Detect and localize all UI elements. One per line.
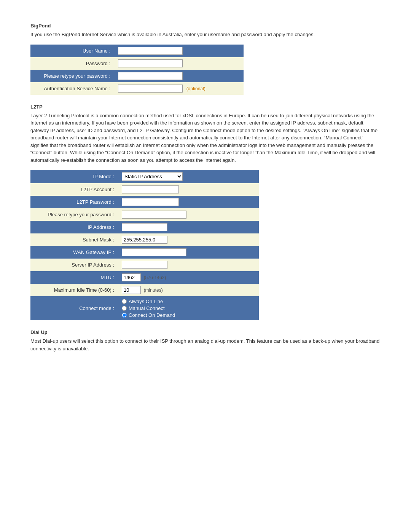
dialup-title: Dial Up bbox=[30, 329, 381, 335]
l2tp-ip-mode-label: IP Mode : bbox=[30, 170, 118, 183]
l2tp-account-input[interactable] bbox=[122, 185, 179, 193]
l2tp-server-ip-label: Server IP Address : bbox=[30, 259, 118, 271]
bigpond-username-label: User Name : bbox=[30, 45, 114, 57]
l2tp-manual-connect-label: Manual Connect bbox=[129, 305, 165, 311]
l2tp-description: Layer 2 Tunneling Protocol is a common c… bbox=[30, 112, 381, 164]
l2tp-idle-time-input[interactable] bbox=[122, 286, 141, 294]
l2tp-account-label: L2TP Account : bbox=[30, 183, 118, 196]
l2tp-password-input[interactable] bbox=[122, 198, 179, 206]
l2tp-always-on-label: Always On Line bbox=[129, 299, 163, 304]
l2tp-mtu-label: MTU : bbox=[30, 271, 118, 284]
l2tp-server-ip-input[interactable] bbox=[122, 261, 167, 269]
l2tp-password-label: L2TP Password : bbox=[30, 196, 118, 208]
l2tp-subnet-label: Subnet Mask : bbox=[30, 233, 118, 246]
l2tp-wan-gateway-input[interactable] bbox=[122, 248, 186, 256]
bigpond-optional-hint: (optional) bbox=[186, 86, 206, 91]
bigpond-password-input[interactable] bbox=[118, 59, 183, 67]
l2tp-connect-mode-group: Always On Line Manual Connect Connect On… bbox=[122, 299, 255, 318]
l2tp-connect-on-demand-radio[interactable] bbox=[122, 313, 127, 318]
l2tp-section: L2TP Layer 2 Tunneling Protocol is a com… bbox=[30, 104, 381, 321]
l2tp-idle-time-label: Maximum Idle Time (0-60) : bbox=[30, 284, 118, 296]
l2tp-connect-on-demand-option[interactable]: Connect On Demand bbox=[122, 312, 255, 318]
l2tp-mtu-hint: (576-1462) bbox=[144, 275, 166, 280]
dialup-description: Most Dial-up users will select this opti… bbox=[30, 337, 381, 352]
dialup-section: Dial Up Most Dial-up users will select t… bbox=[30, 329, 381, 352]
bigpond-auth-input[interactable] bbox=[118, 85, 183, 93]
l2tp-ip-address-input[interactable] bbox=[122, 223, 167, 231]
l2tp-connect-on-demand-label: Connect On Demand bbox=[129, 312, 175, 318]
l2tp-ip-address-label: IP Address : bbox=[30, 221, 118, 233]
bigpond-username-input[interactable] bbox=[118, 47, 183, 55]
l2tp-form: IP Mode : Static IP Address Dynamic IP A… bbox=[30, 170, 259, 320]
l2tp-minutes-hint: (minutes) bbox=[144, 288, 163, 293]
l2tp-wan-gateway-label: WAN Gateway IP : bbox=[30, 246, 118, 259]
l2tp-subnet-input[interactable] bbox=[122, 236, 167, 244]
bigpond-retype-input[interactable] bbox=[118, 72, 183, 80]
bigpond-section: BigPond If you use the BigPond Internet … bbox=[30, 23, 381, 95]
l2tp-retype-input[interactable] bbox=[122, 211, 186, 219]
l2tp-title: L2TP bbox=[30, 104, 381, 110]
bigpond-retype-label: Please retype your password : bbox=[30, 70, 114, 82]
l2tp-manual-connect-option[interactable]: Manual Connect bbox=[122, 305, 255, 311]
l2tp-retype-label: Please retype your password : bbox=[30, 208, 118, 221]
bigpond-password-label: Password : bbox=[30, 57, 114, 70]
l2tp-mtu-input[interactable] bbox=[122, 273, 141, 281]
bigpond-auth-label: Authentication Service Name : bbox=[30, 82, 114, 95]
l2tp-connect-mode-label: Connect mode : bbox=[30, 296, 118, 320]
bigpond-form: User Name : Password : Please retype you… bbox=[30, 45, 244, 95]
bigpond-title: BigPond bbox=[30, 23, 381, 29]
l2tp-always-on-radio[interactable] bbox=[122, 299, 127, 304]
bigpond-description: If you use the BigPond Internet Service … bbox=[30, 31, 381, 38]
l2tp-always-on-option[interactable]: Always On Line bbox=[122, 299, 255, 304]
l2tp-manual-connect-radio[interactable] bbox=[122, 306, 127, 311]
l2tp-ip-mode-select[interactable]: Static IP Address Dynamic IP Address bbox=[122, 172, 183, 181]
